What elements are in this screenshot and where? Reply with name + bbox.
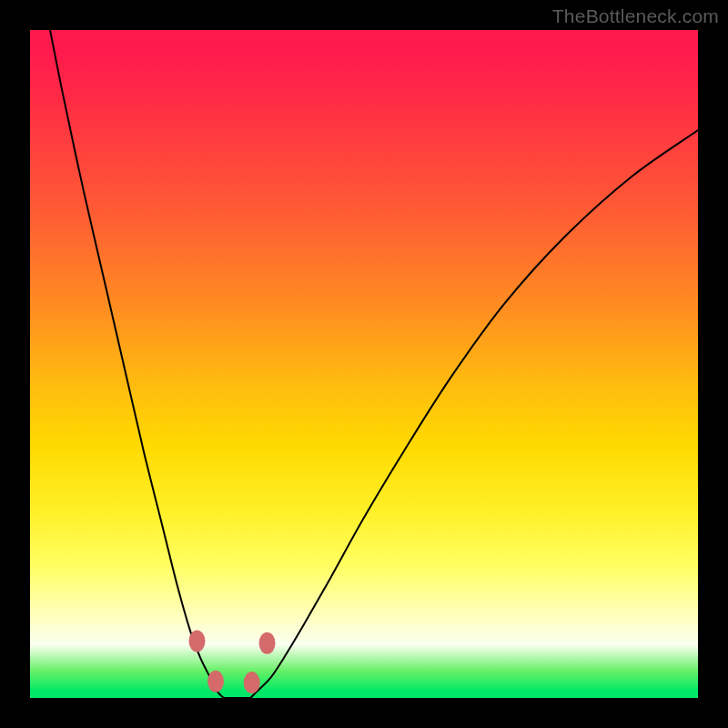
chart-svg (30, 30, 698, 698)
marker-0 (189, 631, 206, 652)
series-group (50, 30, 698, 698)
watermark-text: TheBottleneck.com (552, 5, 719, 27)
series-right-curve (250, 130, 698, 698)
marker-2 (244, 672, 260, 693)
chart-frame: TheBottleneck.com (0, 0, 728, 728)
plot-area (30, 30, 698, 698)
series-left-curve (50, 30, 224, 698)
marker-1 (207, 671, 224, 693)
marker-3 (259, 632, 276, 654)
